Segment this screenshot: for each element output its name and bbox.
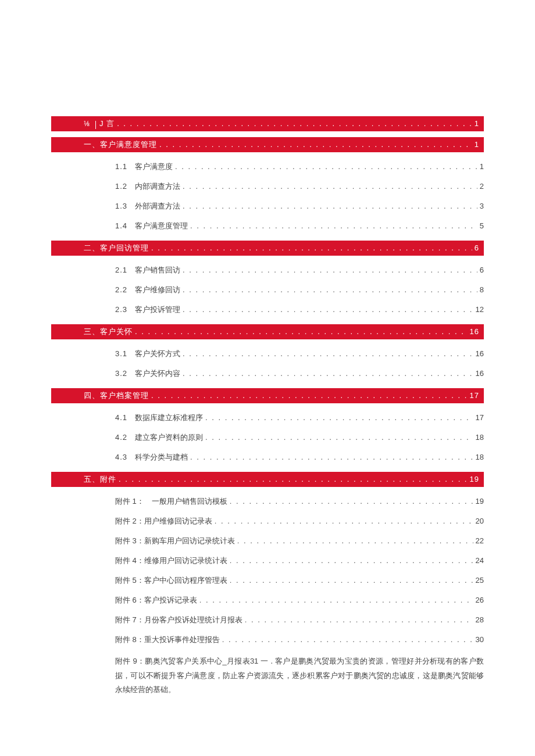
leader-dots: . . . . . . . . . . . . . . . . . . . . … <box>237 536 473 545</box>
toc-entry-page: 3 <box>480 202 484 210</box>
leader-dots: . . . . . . . . . . . . . . . . . . . . … <box>230 497 473 506</box>
fraction-icon: ⅛ <box>84 116 90 131</box>
toc-header-label: 二、客户回访管理 <box>84 241 149 256</box>
toc-entry-num: 4.1 <box>115 413 135 422</box>
toc-page: ⅛ J 言 . . . . . . . . . . . . . . . . . … <box>0 0 535 732</box>
toc-entry-page: 12 <box>476 305 484 314</box>
toc-header-label: 三、客户关怀 <box>84 324 133 339</box>
toc-entry-page: 16 <box>476 349 484 358</box>
toc-entry-label: 建立客户资料的原则 <box>135 432 203 443</box>
toc-entry-label: 附件 7：月份客户投诉处理统计月报表 <box>115 615 242 625</box>
toc-header-page: 19 <box>470 472 484 487</box>
toc-entry-num: 1.4 <box>115 221 135 230</box>
leader-dots: . . . . . . . . . . . . . . . . . . . . … <box>215 517 473 525</box>
toc-entry-num: 1.3 <box>115 202 135 210</box>
toc-entry-page: 2 <box>480 182 484 191</box>
toc-entry-page: 30 <box>476 635 484 644</box>
leader-dots: . . . . . . . . . . . . . . . . . . . . … <box>199 596 473 604</box>
leader-dots: . . . . . . . . . . . . . . . . . . . . … <box>183 305 473 314</box>
toc-header-section-1: 一、客户满意度管理 . . . . . . . . . . . . . . . … <box>51 137 484 152</box>
toc-note-text: 附件 9：鹏奥汽贸客户关系中心_月报表31 一 . 客户是鹏奥汽贸最为宝贵的资源… <box>51 654 484 697</box>
toc-entry-label: 客户关怀方式 <box>135 349 180 359</box>
leader-dots: . . . . . . . . . . . . . . . . . . . . … <box>183 285 477 294</box>
toc-entry: 2.1 客户销售回访 . . . . . . . . . . . . . . .… <box>115 265 484 275</box>
leader-dots: . . . . . . . . . . . . . . . . . . . . … <box>190 453 473 461</box>
toc-entry: 附件 1： 一般用户销售回访模板 . . . . . . . . . . . .… <box>115 496 484 507</box>
toc-entry: 附件 6：客户投诉记录表 . . . . . . . . . . . . . .… <box>115 595 484 605</box>
toc-entry-label: 附件 3：新购车用户回访记录统计表 <box>115 536 235 546</box>
toc-header-intro: ⅛ J 言 . . . . . . . . . . . . . . . . . … <box>51 116 484 131</box>
toc-entry: 4.1 数据库建立标准程序 . . . . . . . . . . . . . … <box>115 413 484 423</box>
toc-entry-num: 3.1 <box>115 349 135 358</box>
toc-header-page: 1 <box>475 116 484 131</box>
toc-entry-label: 数据库建立标准程序 <box>135 413 203 423</box>
toc-entry-page: 5 <box>480 221 484 230</box>
toc-entry: 2.2 客户维修回访 . . . . . . . . . . . . . . .… <box>115 285 484 295</box>
leader-dots: . . . . . . . . . . . . . . . . . . . . … <box>183 182 477 191</box>
leader-dots: . . . . . . . . . . . . . . . . . . . . … <box>183 349 473 358</box>
toc-entry: 附件 3：新购车用户回访记录统计表 . . . . . . . . . . . … <box>115 536 484 546</box>
toc-entry-num: 2.2 <box>115 285 135 294</box>
toc-sublist-2: 2.1 客户销售回访 . . . . . . . . . . . . . . .… <box>51 265 484 315</box>
toc-entry-label: 外部调查方法 <box>135 201 180 212</box>
toc-entry-label: 附件 8：重大投诉事件处理报告 <box>115 635 220 645</box>
toc-sublist-5: 附件 1： 一般用户销售回访模板 . . . . . . . . . . . .… <box>51 496 484 645</box>
toc-header-page: 17 <box>470 388 484 403</box>
toc-entry-label: 客户满意度管理 <box>135 221 188 231</box>
toc-entry: 附件 4：维修用户回访记录统计表 . . . . . . . . . . . .… <box>115 556 484 566</box>
toc-sublist-4: 4.1 数据库建立标准程序 . . . . . . . . . . . . . … <box>51 413 484 463</box>
toc-entry: 1.2 内部调查方法 . . . . . . . . . . . . . . .… <box>115 181 484 192</box>
toc-entry-page: 6 <box>480 266 484 274</box>
leader-dots: . . . . . . . . . . . . . . . . . . . . … <box>230 576 473 585</box>
leader-dots: . . . . . . . . . . . . . . . . . . . . … <box>205 433 473 442</box>
toc-entry-page: 24 <box>476 556 484 565</box>
toc-entry: 4.2 建立客户资料的原则 . . . . . . . . . . . . . … <box>115 432 484 443</box>
toc-entry-page: 16 <box>476 369 484 378</box>
leader-dots: . . . . . . . . . . . . . . . . . . . . … <box>119 472 468 487</box>
toc-entry-page: 17 <box>476 413 484 422</box>
leader-dots: . . . . . . . . . . . . . . . . . . . . … <box>175 162 477 171</box>
leader-dots: . . . . . . . . . . . . . . . . . . . . … <box>151 241 472 256</box>
toc-header-section-2: 二、客户回访管理 . . . . . . . . . . . . . . . .… <box>51 241 484 256</box>
toc-entry-label: 客户销售回访 <box>135 265 180 275</box>
leader-dots: . . . . . . . . . . . . . . . . . . . . … <box>183 266 477 274</box>
toc-entry: 1.3 外部调查方法 . . . . . . . . . . . . . . .… <box>115 201 484 212</box>
toc-entry: 附件 5：客户中心回访程序管理表 . . . . . . . . . . . .… <box>115 575 484 586</box>
toc-entry: 3.1 客户关怀方式 . . . . . . . . . . . . . . .… <box>115 349 484 359</box>
toc-header-section-4: 四、客户档案管理 . . . . . . . . . . . . . . . .… <box>51 388 484 403</box>
toc-header-label: 一、客户满意度管理 <box>84 137 157 152</box>
toc-entry-num: 2.1 <box>115 266 135 274</box>
toc-entry: 3.2 客户关怀内容 . . . . . . . . . . . . . . .… <box>115 368 484 379</box>
toc-entry-page: 8 <box>480 285 484 294</box>
toc-entry-label: 客户关怀内容 <box>135 368 180 379</box>
toc-entry-page: 19 <box>476 497 484 506</box>
toc-entry-num: 1.2 <box>115 182 135 191</box>
toc-header-page: 6 <box>475 241 484 256</box>
toc-entry-label: 科学分类与建档 <box>135 452 188 463</box>
toc-entry-page: 25 <box>476 576 484 585</box>
toc-entry-num: 3.2 <box>115 369 135 378</box>
toc-entry-num: 4.2 <box>115 433 135 442</box>
toc-entry-num: 1.1 <box>115 162 135 171</box>
toc-header-section-3: 三、客户关怀 . . . . . . . . . . . . . . . . .… <box>51 324 484 339</box>
toc-entry: 附件 2：用户维修回访记录表 . . . . . . . . . . . . .… <box>115 516 484 526</box>
toc-entry-label: 附件 2：用户维修回访记录表 <box>115 516 212 526</box>
leader-dots: . . . . . . . . . . . . . . . . . . . . … <box>117 116 472 131</box>
toc-entry-label: 客户满意度 <box>135 162 173 172</box>
toc-entry: 1.1 客户满意度 . . . . . . . . . . . . . . . … <box>115 162 484 172</box>
toc-entry-page: 18 <box>476 433 484 442</box>
leader-dots: . . . . . . . . . . . . . . . . . . . . … <box>183 369 473 378</box>
leader-dots: . . . . . . . . . . . . . . . . . . . . … <box>183 202 477 210</box>
toc-header-label: 五、附件 <box>84 472 116 487</box>
toc-header-page: 16 <box>470 324 484 339</box>
toc-entry-label: 客户维修回访 <box>135 285 180 295</box>
leader-dots: . . . . . . . . . . . . . . . . . . . . … <box>159 137 472 152</box>
leader-dots: . . . . . . . . . . . . . . . . . . . . … <box>151 388 468 403</box>
toc-entry: 4.3 科学分类与建档 . . . . . . . . . . . . . . … <box>115 452 484 463</box>
toc-header-label: 四、客户档案管理 <box>84 388 149 403</box>
toc-header-label: J 言 <box>99 116 115 131</box>
leader-dots: . . . . . . . . . . . . . . . . . . . . … <box>230 556 473 565</box>
toc-entry-num: 2.3 <box>115 305 135 314</box>
toc-entry-page: 18 <box>476 453 484 461</box>
toc-entry: 1.4 客户满意度管理 . . . . . . . . . . . . . . … <box>115 221 484 231</box>
